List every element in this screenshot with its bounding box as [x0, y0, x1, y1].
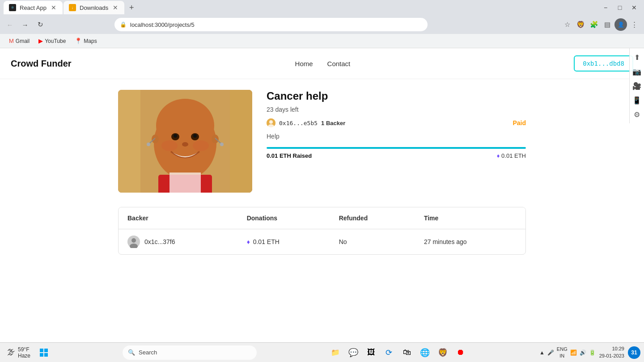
- creator-avatar-icon: [267, 118, 275, 127]
- svg-rect-29: [40, 353, 43, 357]
- sidebar-camera-icon[interactable]: 📷: [630, 64, 644, 79]
- chevron-up-icon[interactable]: ▲: [539, 349, 545, 356]
- taskbar-search-label: Search: [139, 349, 157, 356]
- sidebar-screen-icon[interactable]: 📱: [630, 93, 644, 107]
- refunded-cell: No: [330, 229, 415, 255]
- taskbar-edge-icon[interactable]: ⟳: [381, 345, 397, 361]
- campaign-meta: 0x16...e5b5 1 Backer Paid: [267, 118, 526, 127]
- tab-react-app[interactable]: ⚛ React App ✕: [4, 1, 63, 14]
- table-header-row: Backer Donations Refunded Time: [119, 207, 525, 229]
- campaign-days: 23 days left: [267, 106, 526, 113]
- goal-amount: ♦ 0.01 ETH: [497, 152, 526, 159]
- address-bar[interactable]: 🔒 localhost:3000/projects/5: [114, 18, 428, 31]
- language-indicator: ENGIN: [557, 346, 568, 359]
- sidebar-toggle-button[interactable]: ▤: [601, 18, 614, 31]
- weather-info: 59°F Haze: [18, 346, 30, 359]
- wifi-icon: 📶: [570, 349, 577, 356]
- weather-icon: 🌫: [7, 348, 15, 357]
- tab-react-app-close[interactable]: ✕: [50, 4, 57, 11]
- search-icon: 🔍: [128, 349, 135, 356]
- battery-icon: 🔋: [589, 349, 596, 356]
- campaign-description: Help: [267, 133, 526, 140]
- svg-point-11: [161, 140, 178, 151]
- taskbar-store-icon[interactable]: 🛍: [399, 345, 415, 361]
- svg-point-22: [269, 120, 273, 124]
- taskbar-recording-icon[interactable]: ⏺: [453, 345, 469, 361]
- col-donations: Donations: [238, 207, 330, 229]
- address-bar-actions: ☆ 🦁 🧩 ▤ 👤 ⋮: [561, 18, 640, 31]
- col-backer: Backer: [119, 207, 238, 229]
- profile-button[interactable]: 👤: [614, 18, 627, 31]
- brave-icon[interactable]: 🦁: [574, 18, 587, 31]
- weather-condition: Haze: [18, 353, 30, 359]
- svg-point-14: [212, 135, 219, 143]
- forward-button[interactable]: →: [19, 18, 31, 31]
- col-refunded: Refunded: [330, 207, 415, 229]
- bookmark-star-button[interactable]: ☆: [561, 18, 573, 31]
- notification-icon[interactable]: 31: [628, 346, 640, 359]
- svg-rect-27: [40, 349, 43, 352]
- security-icon: 🔒: [120, 21, 127, 28]
- time-cell: 27 minutes ago: [415, 229, 525, 255]
- address-bar-row: ← → ↻ 🔒 localhost:3000/projects/5 ☆ 🦁 🧩 …: [0, 15, 644, 34]
- maximize-button[interactable]: □: [614, 1, 626, 14]
- svg-point-12: [193, 140, 209, 151]
- react-tab-favicon: ⚛: [9, 4, 16, 11]
- taskbar-system-tray: ▲ 🎤 ENGIN 📶 🔊 🔋 10:29 29-01-2023 31: [539, 345, 640, 359]
- app-top-nav: Crowd Funder Home Contact 0xb1...dbd8: [0, 48, 644, 79]
- gmail-icon: M: [9, 38, 14, 44]
- taskbar-chat-icon[interactable]: 💬: [345, 345, 361, 361]
- start-button[interactable]: [36, 345, 52, 361]
- donation-amount: 0.01 ETH: [253, 238, 280, 245]
- sidebar-video-icon[interactable]: 🎥: [630, 79, 644, 93]
- taskbar-search[interactable]: 🔍 Search: [123, 345, 257, 360]
- bookmark-gmail[interactable]: M Gmail: [5, 36, 33, 46]
- svg-rect-30: [44, 353, 48, 357]
- temperature: 59°F: [18, 346, 30, 353]
- bookmark-maps[interactable]: 📍 Maps: [71, 36, 100, 46]
- windows-logo-icon: [39, 348, 48, 357]
- bookmark-youtube[interactable]: ▶ YouTube: [35, 36, 69, 46]
- campaign-funding: 0.01 ETH Raised ♦ 0.01 ETH: [267, 152, 526, 159]
- progress-container: [267, 147, 526, 149]
- paid-badge: Paid: [513, 119, 526, 126]
- eth-donation-icon: ♦: [247, 238, 250, 245]
- svg-point-8: [182, 142, 188, 147]
- svg-rect-10: [169, 173, 201, 193]
- back-button[interactable]: ←: [4, 18, 16, 31]
- taskbar-chrome-icon[interactable]: 🌐: [417, 345, 433, 361]
- bookmarks-bar: M Gmail ▶ YouTube 📍 Maps: [0, 34, 644, 48]
- svg-rect-20: [230, 90, 252, 193]
- refresh-button[interactable]: ↻: [34, 18, 47, 31]
- backers-table: Backer Donations Refunded Time: [119, 207, 525, 254]
- backers-count: 1 Backer: [321, 120, 345, 126]
- eth-diamond-icon: ♦: [497, 152, 500, 159]
- wallet-button[interactable]: 0xb1...dbd8: [574, 55, 633, 72]
- tab-downloads-close[interactable]: ✕: [112, 4, 119, 11]
- nav-home[interactable]: Home: [295, 60, 313, 67]
- taskbar-photos-icon[interactable]: 🖼: [363, 345, 379, 361]
- extensions-button[interactable]: 🧩: [588, 18, 600, 31]
- taskbar-file-explorer[interactable]: 📁: [327, 345, 343, 361]
- new-tab-button[interactable]: +: [125, 1, 138, 14]
- menu-button[interactable]: ⋮: [628, 18, 640, 31]
- youtube-icon: ▶: [38, 38, 43, 44]
- svg-point-18: [220, 143, 224, 146]
- backer-avatar: [127, 236, 140, 248]
- taskbar-brave-icon[interactable]: 🦁: [435, 345, 451, 361]
- nav-contact[interactable]: Contact: [327, 60, 351, 67]
- app-content-area: Crowd Funder Home Contact 0xb1...dbd8: [0, 48, 644, 342]
- backer-cell-inner: 0x1c...37f6: [127, 236, 229, 248]
- svg-point-16: [147, 143, 150, 146]
- tab-react-app-title: React App: [20, 4, 47, 11]
- system-clock[interactable]: 10:29 29-01-2023: [599, 345, 624, 359]
- sidebar-settings-icon[interactable]: ⚙: [630, 107, 644, 122]
- maps-icon: 📍: [75, 38, 82, 44]
- bookmark-maps-label: Maps: [84, 38, 97, 44]
- url-text: localhost:3000/projects/5: [130, 21, 422, 28]
- sidebar-share-icon[interactable]: ⬆: [630, 50, 644, 64]
- minimize-button[interactable]: −: [599, 1, 612, 14]
- close-button[interactable]: ✕: [628, 1, 640, 14]
- table-row: 0x1c...37f6 ♦ 0.01 ETH No 27 minutes ago: [119, 229, 525, 255]
- tab-downloads[interactable]: ↓ Downloads ✕: [64, 1, 124, 14]
